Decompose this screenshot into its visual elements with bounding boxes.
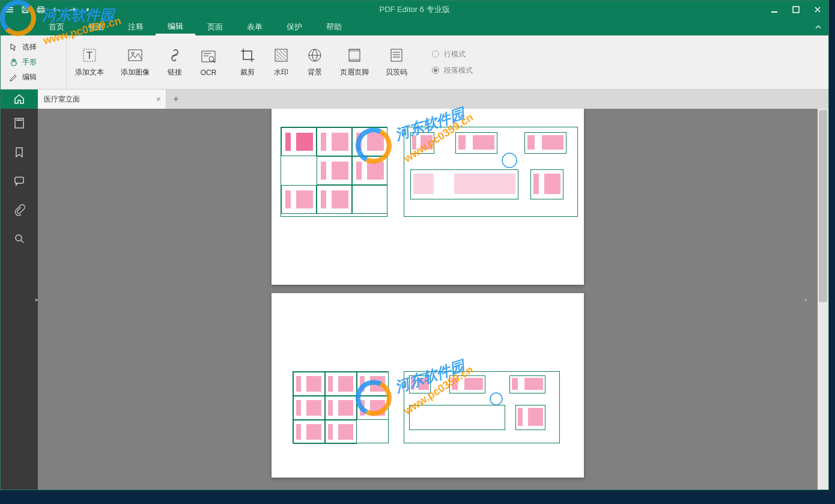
header-footer-button[interactable]: 页眉页脚: [332, 47, 377, 77]
link-button[interactable]: 链接: [158, 47, 192, 77]
tab-close-icon[interactable]: ×: [156, 94, 161, 104]
bates-icon: [388, 47, 405, 64]
tabbar: 医疗室立面 × +: [1, 90, 828, 109]
comments-icon[interactable]: [12, 174, 26, 188]
edit-mode-radio-group: 行模式 段落模式: [421, 49, 484, 76]
titlebar: ▼ PDF Editor 6 专业版: [1, 1, 828, 19]
minimize-button[interactable]: [764, 1, 785, 19]
qat-dropdown-icon[interactable]: ▼: [84, 5, 92, 14]
svg-rect-2: [6, 11, 13, 13]
save-icon[interactable]: [21, 5, 29, 14]
ribbon: 选择 手形 编辑 T 添加文本 添加图像: [1, 35, 828, 90]
add-image-icon: [127, 47, 144, 64]
menu-page[interactable]: 页面: [195, 19, 235, 35]
background-button[interactable]: 背景: [298, 47, 332, 77]
document-viewport[interactable]: ◂: [38, 109, 818, 490]
watermark-icon: [273, 47, 290, 64]
svg-rect-21: [349, 59, 360, 61]
svg-rect-1: [6, 10, 13, 11]
attachments-icon[interactable]: [12, 202, 26, 217]
bates-label: 贝茨码: [386, 67, 407, 77]
right-expand-icon[interactable]: ◂: [804, 296, 807, 303]
crop-button[interactable]: 裁剪: [231, 47, 264, 77]
add-text-button[interactable]: T 添加文本: [67, 47, 112, 77]
menu-protect[interactable]: 保护: [275, 19, 314, 35]
select-mode-label: 选择: [22, 42, 37, 52]
menu-home[interactable]: 首页: [37, 19, 76, 35]
svg-point-11: [132, 52, 134, 55]
app-menu-icon[interactable]: [5, 5, 14, 14]
svg-point-13: [209, 56, 214, 61]
crop-label: 裁剪: [240, 67, 255, 77]
watermark-label: 水印: [274, 67, 288, 77]
ocr-label: OCR: [201, 68, 217, 77]
scrollbar[interactable]: [818, 109, 828, 490]
svg-rect-20: [349, 49, 360, 52]
svg-point-31: [502, 153, 517, 168]
app-window: ▼ PDF Editor 6 专业版 首页 视图 注释 编辑 页面 表单 保护 …: [0, 0, 829, 490]
add-tab-button[interactable]: +: [166, 90, 186, 109]
edit-mode-label: 编辑: [22, 72, 37, 82]
main-area: ▸: [1, 109, 828, 490]
window-controls: [764, 1, 828, 19]
ribbon-tools-group: T 添加文本 添加图像 链接 OCR: [67, 35, 484, 89]
document-tab[interactable]: 医疗室立面 ×: [38, 90, 166, 109]
svg-rect-6: [771, 11, 777, 13]
document-tab-label: 医疗室立面: [44, 94, 80, 105]
select-mode-button[interactable]: 选择: [1, 40, 66, 55]
svg-point-32: [490, 393, 502, 405]
print-icon[interactable]: [37, 5, 45, 14]
menu-help[interactable]: 帮助: [314, 19, 354, 35]
home-tab[interactable]: [1, 90, 38, 109]
crop-icon: [239, 47, 256, 64]
add-image-label: 添加图像: [121, 67, 150, 77]
add-text-icon: T: [81, 47, 98, 64]
svg-rect-28: [15, 177, 23, 183]
add-image-button[interactable]: 添加图像: [112, 47, 158, 77]
undo-icon[interactable]: [52, 5, 61, 14]
background-icon: [306, 47, 323, 64]
left-sidebar: ▸: [1, 109, 38, 490]
add-text-label: 添加文本: [75, 67, 104, 77]
svg-point-29: [16, 235, 22, 241]
svg-rect-10: [129, 50, 142, 61]
svg-rect-27: [16, 120, 22, 121]
bookmarks-icon[interactable]: [12, 145, 26, 159]
scrollbar-thumb[interactable]: [819, 110, 827, 302]
header-footer-label: 页眉页脚: [340, 67, 369, 77]
redo-icon[interactable]: [68, 5, 76, 14]
close-button[interactable]: [807, 1, 828, 19]
maximize-button[interactable]: [785, 1, 807, 19]
menu-annotate[interactable]: 注释: [116, 19, 156, 35]
line-mode-radio[interactable]: 行模式: [432, 49, 473, 59]
line-mode-label: 行模式: [444, 49, 466, 59]
radio-icon: [432, 67, 439, 74]
ocr-button[interactable]: OCR: [192, 48, 225, 77]
link-icon: [166, 47, 183, 64]
hand-mode-button[interactable]: 手形: [1, 55, 66, 70]
radio-icon: [432, 50, 439, 58]
search-icon[interactable]: [12, 231, 26, 246]
svg-rect-0: [6, 7, 13, 8]
ribbon-collapse-icon[interactable]: [814, 23, 822, 31]
link-label: 链接: [168, 67, 182, 77]
ocr-icon: [200, 48, 217, 65]
menu-form[interactable]: 表单: [235, 19, 275, 35]
pdf-page: [272, 293, 584, 478]
svg-text:T: T: [87, 50, 93, 61]
svg-line-30: [21, 240, 23, 243]
svg-rect-7: [793, 7, 799, 13]
paragraph-mode-label: 段落模式: [444, 65, 473, 76]
thumbnails-icon[interactable]: [12, 116, 26, 130]
pdf-page: [272, 109, 584, 285]
quick-access-toolbar: ▼: [1, 5, 97, 14]
header-footer-icon: [346, 47, 363, 64]
hand-mode-label: 手形: [22, 57, 37, 67]
watermark-button[interactable]: 水印: [264, 47, 298, 77]
bates-button[interactable]: 贝茨码: [377, 47, 416, 77]
menu-view[interactable]: 视图: [76, 19, 116, 35]
svg-rect-22: [391, 49, 402, 61]
edit-mode-button[interactable]: 编辑: [1, 70, 66, 85]
menu-edit[interactable]: 编辑: [156, 19, 195, 35]
paragraph-mode-radio[interactable]: 段落模式: [432, 65, 473, 76]
